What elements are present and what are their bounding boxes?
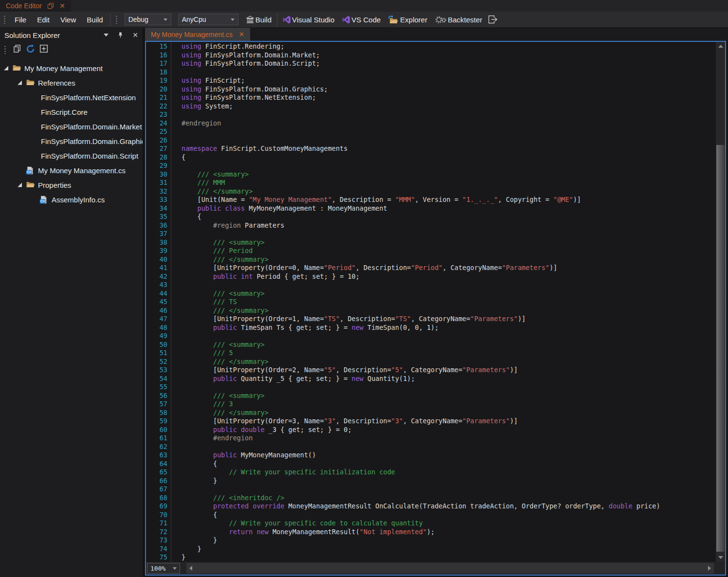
build-button[interactable]: Build bbox=[246, 16, 272, 24]
folder-icon bbox=[26, 181, 36, 188]
solution-explorer-title: Solution Explorer bbox=[4, 31, 60, 39]
panel-close-icon[interactable]: ✕ bbox=[132, 31, 138, 39]
vertical-scrollbar[interactable] bbox=[716, 42, 725, 562]
vertical-scrollbar-thumb[interactable] bbox=[716, 145, 725, 552]
tree-item[interactable]: FinSysPlatform.NetExtension bbox=[0, 90, 143, 105]
tab-close-icon[interactable]: ✕ bbox=[239, 31, 244, 38]
code-line: { bbox=[182, 213, 716, 221]
toolbar-grip-handle[interactable] bbox=[115, 15, 118, 24]
tree-item[interactable]: FinScript.Core bbox=[0, 105, 143, 119]
tree-expander-icon[interactable] bbox=[18, 183, 26, 187]
tree-item[interactable]: C#AssemblyInfo.cs bbox=[0, 192, 143, 207]
cpu-platform-dropdown[interactable]: AnyCpu bbox=[178, 14, 238, 25]
copy-icon[interactable] bbox=[13, 44, 21, 55]
line-number: 32 bbox=[146, 187, 167, 196]
tree-item[interactable]: FinSysPlatform.Domain.Graphics bbox=[0, 134, 143, 148]
scroll-down-arrow[interactable] bbox=[716, 553, 725, 562]
line-number: 41 bbox=[146, 264, 167, 272]
app-window: Code Editor ✕ File Edit View Build Debug… bbox=[0, 0, 728, 577]
horizontal-scrollbar[interactable] bbox=[186, 563, 714, 574]
refresh-icon[interactable] bbox=[26, 44, 35, 55]
menu-edit[interactable]: Edit bbox=[32, 16, 55, 24]
line-number: 69 bbox=[146, 502, 167, 511]
tree-item-label: My Money Management bbox=[23, 64, 103, 72]
menu-view[interactable]: View bbox=[55, 16, 81, 24]
line-number: 26 bbox=[146, 136, 167, 145]
toolbar-separator bbox=[110, 13, 110, 26]
panel-menu-chevron-icon[interactable] bbox=[104, 34, 109, 36]
tree-item-label: Properties bbox=[36, 181, 71, 189]
zoom-level-dropdown[interactable]: 100% bbox=[147, 563, 180, 574]
visual-studio-button[interactable]: Visual Studio bbox=[283, 16, 334, 24]
tree-item[interactable]: FinSysPlatform.Domain.Script bbox=[0, 148, 143, 163]
code-line: /// </summary> bbox=[182, 187, 716, 196]
menu-grip-handle[interactable] bbox=[3, 15, 6, 24]
line-number: 65 bbox=[146, 468, 167, 477]
line-number: 20 bbox=[146, 85, 167, 94]
tree-item-label: FinSysPlatform.NetExtension bbox=[39, 93, 136, 102]
line-number: 48 bbox=[146, 324, 167, 332]
line-number: 39 bbox=[146, 247, 167, 255]
line-number: 73 bbox=[146, 536, 167, 545]
code-line: [UnitProperty(Order=2, Name="5", Descrip… bbox=[182, 366, 716, 375]
line-number: 31 bbox=[146, 179, 167, 187]
line-number: 46 bbox=[146, 307, 167, 315]
code-line: /// </summary> bbox=[182, 307, 716, 315]
menu-build[interactable]: Build bbox=[81, 16, 108, 24]
code-line bbox=[182, 485, 716, 494]
backtester-gears-icon bbox=[435, 16, 447, 24]
tree-expander-icon[interactable] bbox=[18, 81, 26, 85]
export-button[interactable] bbox=[488, 15, 498, 24]
code-line: using FinScript; bbox=[182, 76, 716, 85]
code-line: using FinSysPlatform.Domain.Script; bbox=[182, 59, 716, 68]
code-line: // Write your specific initialization co… bbox=[182, 468, 716, 477]
vs-code-button[interactable]: VS Code bbox=[342, 16, 381, 24]
backtester-button[interactable]: Backtester bbox=[435, 16, 482, 24]
panel-grip-handle[interactable] bbox=[4, 45, 6, 54]
code-line: /// TS bbox=[182, 298, 716, 307]
toolbar-separator bbox=[277, 13, 277, 26]
add-icon[interactable] bbox=[39, 44, 48, 55]
tree-expander-icon[interactable] bbox=[4, 66, 12, 71]
scroll-left-arrow[interactable] bbox=[189, 566, 192, 571]
scroll-up-arrow[interactable] bbox=[716, 42, 725, 51]
restore-icon[interactable] bbox=[48, 3, 54, 9]
line-number: 21 bbox=[146, 93, 167, 102]
code-line: { bbox=[182, 153, 716, 162]
explorer-label: Explorer bbox=[400, 16, 427, 24]
code-line: public Quantity _5 { get; set; } = new Q… bbox=[182, 375, 716, 383]
tab-label: My Money Management.cs bbox=[151, 31, 233, 38]
line-number: 67 bbox=[146, 485, 167, 494]
window-close-icon[interactable]: ✕ bbox=[59, 2, 65, 10]
tree-item-label: AssemblyInfo.cs bbox=[50, 196, 105, 204]
code-line: using System; bbox=[182, 102, 716, 111]
code-line: /// </summary> bbox=[182, 409, 716, 417]
pin-icon[interactable] bbox=[117, 32, 124, 38]
line-number: 42 bbox=[146, 272, 167, 281]
code-editor: 1516171819202122232425262728293031323334… bbox=[145, 41, 726, 576]
code-line: /// <summary> bbox=[182, 170, 716, 179]
debug-config-dropdown[interactable]: Debug bbox=[125, 14, 171, 25]
tree-item[interactable]: FinSysPlatform.Domain.Market bbox=[0, 119, 143, 134]
line-number: 27 bbox=[146, 144, 167, 153]
backtester-label: Backtester bbox=[448, 16, 482, 24]
csharp-icon: C# bbox=[26, 166, 36, 175]
menu-file[interactable]: File bbox=[9, 16, 32, 24]
explorer-button[interactable]: Explorer bbox=[388, 15, 427, 24]
tree-item[interactable]: Properties bbox=[0, 178, 143, 192]
code-area[interactable]: using FinScript.Rendering;using FinSysPl… bbox=[171, 42, 716, 562]
code-line bbox=[182, 136, 716, 145]
line-number: 71 bbox=[146, 519, 167, 528]
tree-item[interactable]: C#My Money Management.cs bbox=[0, 163, 143, 178]
code-line: public double _3 { get; set; } = 0; bbox=[182, 426, 716, 434]
tree-item[interactable]: References bbox=[0, 75, 143, 90]
line-number: 50 bbox=[146, 341, 167, 349]
chevron-down-icon bbox=[231, 18, 235, 21]
code-line bbox=[182, 383, 716, 392]
tree-item[interactable]: My Money Management bbox=[0, 61, 143, 75]
debug-config-value: Debug bbox=[128, 16, 148, 23]
build-button-label: Build bbox=[255, 16, 272, 24]
tab-strip: My Money Management.cs ✕ bbox=[145, 28, 728, 41]
tab-my-money-management[interactable]: My Money Management.cs ✕ bbox=[145, 28, 250, 41]
scroll-right-arrow[interactable] bbox=[708, 566, 711, 571]
